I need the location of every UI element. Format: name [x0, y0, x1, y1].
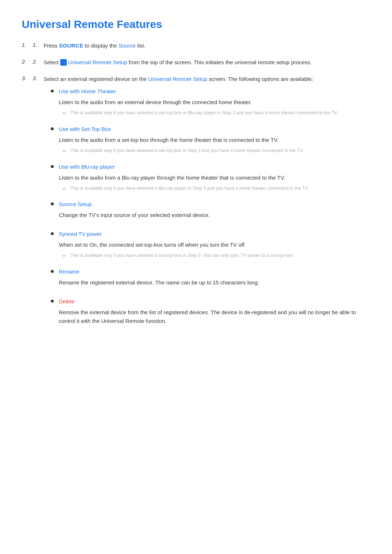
universal-remote-setup-link-2: Universal Remote Setup: [68, 59, 127, 65]
bullet-icon: [51, 202, 54, 205]
settopbox-note-block: ✏ This is available only if you have sel…: [59, 147, 370, 155]
bluray-desc: Listen to the audio from a Blu-ray playe…: [59, 173, 370, 182]
delete-title: Delete: [59, 297, 370, 306]
step-1: 1. Press SOURCE to display the Source li…: [22, 41, 370, 50]
bullet-icon: [51, 300, 54, 303]
home-theater-title: Use with Home Theater: [59, 87, 370, 96]
settopbox-title: Use with Set-Top Box: [59, 125, 370, 134]
universal-remote-setup-link-3: Universal Remote Setup: [148, 76, 208, 82]
step-2: 2. Select Universal Remote Setup from th…: [22, 58, 370, 67]
synced-tv-item: Synced TV power When set to On, the conn…: [59, 230, 370, 260]
step-1-middle: to display the: [83, 42, 119, 49]
synced-tv-note: This is available only if you have selec…: [70, 252, 294, 259]
synced-tv-note-block: ✏ This is available only if you have sel…: [59, 252, 370, 260]
step-3-number: 3.: [33, 75, 44, 81]
step-3-suffix: screen. The following options are availa…: [207, 76, 313, 82]
list-item: Source Setup Change the TV's input sourc…: [51, 200, 370, 222]
list-item: Rename Rename the registered external de…: [51, 267, 370, 290]
source-setup-desc: Change the TV's input source of your sel…: [59, 211, 370, 219]
synced-tv-desc: When set to On, the connected set-top-bo…: [59, 241, 370, 249]
source-setup-title: Source Setup: [59, 200, 370, 209]
delete-desc: Remove the external device from the list…: [59, 308, 370, 325]
bullet-icon: [51, 165, 54, 168]
rename-desc: Rename the registered external device. T…: [59, 278, 370, 287]
source-link: Source: [118, 42, 136, 49]
home-theater-note-block: ✏ This is available only if you have sel…: [59, 110, 370, 118]
settopbox-desc: Listen to the audio from a set-top box t…: [59, 136, 370, 144]
bluray-title: Use with Blu-ray player: [59, 163, 370, 171]
list-item: Delete Remove the external device from t…: [51, 297, 370, 328]
bullet-icon: [51, 232, 54, 235]
list-item: Use with Set-Top Box Listen to the audio…: [51, 125, 370, 155]
synced-tv-title: Synced TV power: [59, 230, 370, 238]
list-item: Use with Home Theater Listen to the audi…: [51, 87, 370, 118]
step-3-content: Select an external registered device on …: [44, 75, 370, 336]
note-pencil-icon: ✏: [62, 148, 68, 155]
universal-remote-icon: [60, 59, 67, 66]
note-pencil-icon: ✏: [62, 110, 68, 118]
settopbox-note: This is available only if you have selec…: [70, 147, 303, 154]
source-keyword: SOURCE: [59, 42, 83, 49]
settopbox-item: Use with Set-Top Box Listen to the audio…: [59, 125, 370, 155]
list-item: Synced TV power When set to On, the conn…: [51, 230, 370, 260]
bullet-icon: [51, 90, 54, 93]
bullet-icon: [51, 270, 54, 273]
source-setup-item: Source Setup Change the TV's input sourc…: [59, 200, 370, 222]
sub-options-list: Use with Home Theater Listen to the audi…: [44, 87, 370, 328]
step-2-suffix: from the top of the screen. This initiat…: [127, 59, 311, 65]
note-pencil-icon: ✏: [62, 185, 68, 193]
bullet-icon: [51, 127, 54, 130]
delete-item: Delete Remove the external device from t…: [59, 297, 370, 328]
step-1-prefix: Press: [44, 42, 59, 49]
note-pencil-icon: ✏: [62, 253, 68, 260]
bluray-note-block: ✏ This is available only if you have sel…: [59, 185, 370, 193]
bluray-item: Use with Blu-ray player Listen to the au…: [59, 163, 370, 193]
steps-list: 1. Press SOURCE to display the Source li…: [22, 41, 370, 336]
step-1-number: 1.: [33, 41, 44, 48]
bluray-note: This is available only if you have selec…: [70, 185, 309, 192]
rename-item: Rename Rename the registered external de…: [59, 267, 370, 290]
step-2-prefix: Select: [44, 59, 60, 65]
rename-title: Rename: [59, 267, 370, 276]
home-theater-note: This is available only if you have selec…: [70, 110, 338, 116]
step-1-content: Press SOURCE to display the Source list.: [44, 41, 370, 50]
step-3: 3. Select an external registered device …: [22, 75, 370, 336]
page-title: Universal Remote Features: [22, 18, 370, 30]
home-theater-desc: Listen to the audio from an external dev…: [59, 98, 370, 107]
step-1-suffix: list.: [136, 42, 146, 49]
home-theater-item: Use with Home Theater Listen to the audi…: [59, 87, 370, 118]
step-2-content: Select Universal Remote Setup from the t…: [44, 58, 370, 67]
step-2-number: 2.: [33, 58, 44, 65]
step-3-prefix: Select an external registered device on …: [44, 76, 148, 82]
list-item: Use with Blu-ray player Listen to the au…: [51, 163, 370, 193]
